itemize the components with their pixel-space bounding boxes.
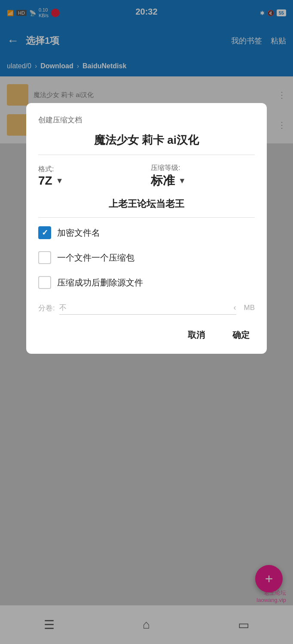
- level-label: 压缩等级:: [151, 164, 255, 173]
- archive-filename[interactable]: 魔法少女 莉卡 ai汉化: [38, 133, 255, 148]
- split-label: 分卷:: [38, 303, 55, 313]
- divider-1: [38, 155, 255, 155]
- one-file-per-archive-label: 一个文件一个压缩包: [57, 252, 134, 264]
- split-value: 不: [59, 303, 67, 313]
- level-group: 压缩等级: 标准 ▼: [151, 164, 255, 189]
- split-arrow-icon[interactable]: ‹: [234, 303, 236, 312]
- cancel-button[interactable]: 取消: [183, 327, 210, 343]
- checkmark-icon: ✓: [42, 228, 48, 237]
- level-dropdown-icon[interactable]: ▼: [178, 176, 186, 185]
- split-unit: MB: [244, 304, 255, 312]
- divider-2: [38, 217, 255, 218]
- dialog-title: 创建压缩文档: [38, 115, 255, 125]
- encrypt-filename-label: 加密文件名: [57, 227, 100, 239]
- delete-source-label: 压缩成功后删除源文件: [57, 277, 143, 289]
- confirm-button[interactable]: 确定: [227, 327, 255, 343]
- format-level-row: 格式: 7Z ▼ 压缩等级: 标准 ▼: [38, 164, 255, 189]
- one-file-per-archive-row[interactable]: 一个文件一个压缩包: [38, 251, 255, 264]
- create-archive-dialog: 创建压缩文档 魔法少女 莉卡 ai汉化 格式: 7Z ▼ 压缩等级: 标准 ▼ …: [26, 103, 267, 354]
- encrypt-filename-row[interactable]: ✓ 加密文件名: [38, 226, 255, 239]
- format-value: 7Z: [38, 174, 52, 188]
- format-group: 格式: 7Z ▼: [38, 165, 142, 188]
- encrypt-filename-checkbox[interactable]: ✓: [38, 226, 51, 239]
- delete-source-row[interactable]: 压缩成功后删除源文件: [38, 276, 255, 289]
- format-dropdown-icon[interactable]: ▼: [56, 176, 64, 185]
- split-input[interactable]: 不 ‹: [59, 301, 236, 315]
- password-field[interactable]: 上老王论坛当老王: [38, 197, 255, 210]
- level-value: 标准: [151, 173, 175, 189]
- dialog-actions: 取消 确定: [38, 327, 255, 343]
- format-label: 格式:: [38, 165, 142, 174]
- format-select[interactable]: 7Z ▼: [38, 174, 142, 188]
- one-file-per-archive-checkbox[interactable]: [38, 251, 51, 264]
- level-select[interactable]: 标准 ▼: [151, 173, 255, 189]
- delete-source-checkbox[interactable]: [38, 276, 51, 289]
- split-volume-row: 分卷: 不 ‹ MB: [38, 301, 255, 315]
